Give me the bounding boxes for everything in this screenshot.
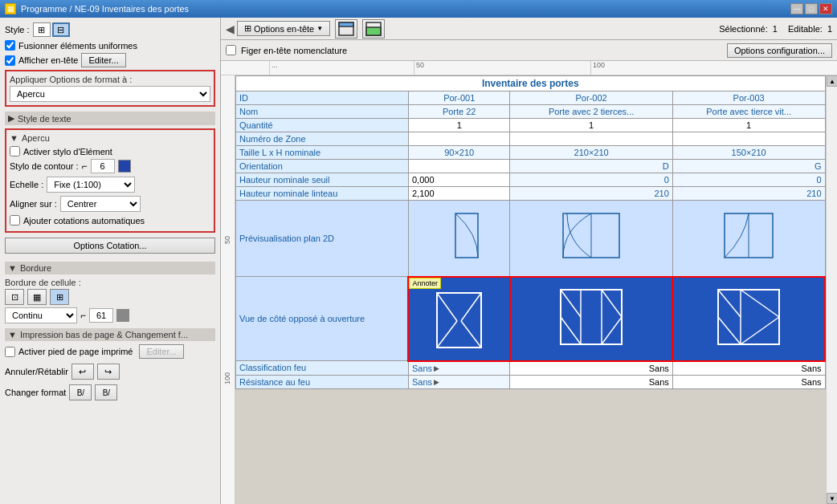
style-texte-section: ▶ Style de texte	[5, 112, 215, 125]
zone-col2	[510, 132, 672, 146]
style-row: Style : ⊞ ⊟	[5, 22, 215, 37]
v-ruler-mark-100: 100	[223, 372, 231, 384]
hauteur-seuil-label: Hauteur nominale seuil	[236, 173, 409, 187]
table-title-row: Inventaire des portes	[236, 76, 826, 91]
taille-col1: 90×210	[408, 146, 509, 160]
bordure-label: Bordure	[20, 263, 51, 273]
activer-stylo-checkbox[interactable]	[10, 146, 20, 156]
changer-btn-2[interactable]: B/	[95, 384, 117, 400]
bordure-btn-2[interactable]: ▦	[27, 289, 47, 305]
echelle-select[interactable]: Fixe (1:100)	[47, 177, 135, 193]
svg-rect-1	[339, 22, 353, 26]
fusionner-checkbox[interactable]	[5, 40, 15, 51]
horizontal-ruler: ... 50 100	[221, 61, 837, 75]
close-button[interactable]: ✕	[819, 3, 832, 14]
color-picker[interactable]	[118, 160, 131, 173]
preview-door-2	[510, 201, 672, 277]
scroll-up-btn[interactable]: ▲	[827, 75, 837, 87]
classification-arrow-1: ▶	[434, 364, 439, 372]
svg-rect-4	[455, 213, 478, 258]
annotate-badge[interactable]: Annoter	[409, 278, 441, 289]
hauteur-linteau-col1: 2,100	[408, 187, 509, 201]
format-select[interactable]: Apercu	[10, 86, 210, 102]
resistance-feu-col1: Sans ▶	[408, 375, 509, 388]
activer-pied-row: Activer pied de page imprimé Editer...	[5, 344, 215, 359]
bordure-underline-icon: ⌐	[80, 310, 86, 321]
classification-feu-row: Classification feu Sans ▶ Sans Sans	[236, 361, 826, 376]
ajouter-cotes-row: Ajouter cotations automatiques	[10, 215, 210, 226]
minimize-button[interactable]: —	[790, 3, 803, 14]
grid-style-2[interactable]: ⊟	[52, 22, 70, 37]
stylo-contour-input[interactable]	[91, 159, 115, 173]
hauteur-linteau-label: Hauteur nominale linteau	[236, 187, 409, 201]
svg-line-12	[461, 293, 481, 321]
svg-rect-3	[366, 27, 381, 35]
svg-line-13	[437, 321, 457, 348]
entete-icon-2[interactable]	[362, 19, 385, 39]
style-label: Style :	[5, 25, 30, 35]
bordure-btn-1[interactable]: ⊡	[5, 289, 24, 305]
scroll-down-btn[interactable]: ▼	[827, 493, 837, 504]
aligner-label: Aligner sur :	[10, 199, 57, 209]
classification-feu-col1: Sans ▶	[408, 361, 509, 376]
bordure-section: ▼ Bordure	[5, 262, 215, 274]
entete-icon-1[interactable]	[335, 19, 357, 39]
options-entete-arrow: ▼	[316, 25, 323, 32]
second-toolbar: Figer en-tête nomenclature Options confi…	[221, 40, 837, 61]
grid-style-1[interactable]: ⊞	[33, 22, 51, 37]
format-box: Appliquer Options de format à : Apercu	[5, 70, 215, 107]
figer-label: Figer en-tête nomenclature	[241, 46, 347, 55]
maximize-button[interactable]: □	[805, 3, 818, 14]
svg-line-26	[741, 290, 779, 317]
bordure-type-select[interactable]: Continu	[5, 307, 77, 323]
bordure-content: Bordure de cellule : ⊡ ▦ ⊞ Continu ⌐	[5, 278, 215, 323]
preview-label: Prévisualisation plan 2D	[236, 201, 409, 277]
scrollbar[interactable]: ▲ ▼	[826, 75, 837, 504]
options-cotation-button[interactable]: Options Cotation...	[5, 238, 215, 254]
figer-checkbox[interactable]	[226, 45, 236, 55]
afficher-checkbox[interactable]	[5, 55, 15, 66]
fusionner-label: Fusionner éléments uniformes	[18, 41, 137, 51]
ruler-mark-50: 50	[414, 61, 424, 75]
bordure-width-input[interactable]	[89, 308, 113, 323]
bordure-color-picker[interactable]	[116, 309, 129, 322]
fusionner-row: Fusionner éléments uniformes	[5, 40, 215, 51]
changer-label: Changer format	[5, 388, 66, 397]
vertical-ruler: 50 100	[221, 75, 235, 504]
aligner-row: Aligner sur : Centrer	[10, 196, 210, 212]
vue-door-1: Annoter	[408, 277, 509, 361]
hauteur-seuil-col1: 0,000	[408, 173, 509, 187]
ajouter-cotes-label: Ajouter cotations automatiques	[23, 216, 145, 226]
impression-section: ▼ Impression bas de page & Changement f.…	[5, 328, 215, 341]
aligner-select[interactable]: Centrer	[60, 196, 141, 212]
editer-button[interactable]: Editer...	[81, 53, 125, 67]
vue-label-cell: Vue de côté opposé à ouverture	[236, 277, 409, 361]
svg-line-21	[602, 317, 622, 344]
editable-value: 1	[827, 24, 832, 34]
changer-btn-1[interactable]: B/	[69, 384, 92, 400]
svg-line-19	[561, 317, 581, 344]
title-bar: ▦ Programme / NE-09 Inventaires des port…	[0, 0, 837, 18]
editer2-button[interactable]: Editer...	[139, 344, 183, 359]
options-entete-button[interactable]: ⊞ Options en-tête ▼	[237, 21, 330, 36]
hauteur-seuil-col3: 0	[672, 173, 825, 187]
resistance-sans-1: Sans	[412, 377, 432, 387]
echelle-label: Echelle :	[10, 180, 43, 189]
classification-sans-1: Sans	[412, 364, 432, 373]
bordure-btn-3[interactable]: ⊞	[50, 289, 69, 305]
collapse-btn[interactable]: ◀	[226, 22, 232, 35]
classification-feu-label: Classification feu	[236, 361, 409, 376]
redo-button[interactable]: ↪	[97, 364, 120, 380]
quantite-col2: 1	[510, 119, 672, 132]
table-title: Inventaire des portes	[236, 76, 826, 91]
options-config-button[interactable]: Options configuration...	[727, 43, 832, 58]
ajouter-cotes-checkbox[interactable]	[10, 215, 20, 226]
preview-text: Prévisualisation plan 2D	[239, 234, 334, 243]
bordure-cellule-label: Bordure de cellule :	[5, 278, 215, 287]
taille-col2: 210×210	[510, 146, 672, 160]
activer-pied-checkbox[interactable]	[5, 347, 15, 357]
undo-button[interactable]: ↩	[71, 364, 94, 380]
orientation-col2: D	[510, 160, 672, 173]
impression-label: Impression bas de page & Changement f...	[20, 330, 188, 339]
svg-line-24	[718, 290, 741, 317]
